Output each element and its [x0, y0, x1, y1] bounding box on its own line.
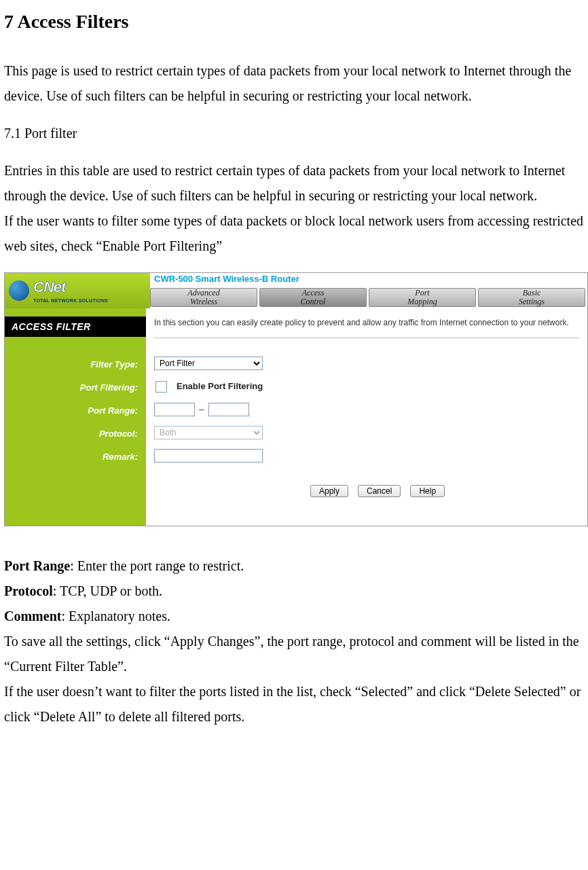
filter-type-select[interactable]: Port Filter — [154, 357, 263, 370]
content-pane: In this section you can easily create po… — [146, 308, 587, 526]
subsection-para-2: If the user wants to filter some types o… — [4, 209, 584, 259]
label-remark: Remark: — [5, 446, 146, 469]
section-heading: 7 Access Filters — [4, 4, 584, 39]
globe-icon — [9, 280, 29, 301]
brand-tagline: TOTAL NETWORK SOLUTIONS — [33, 297, 108, 304]
def-port-range: Port Range: Enter the port range to rest… — [4, 554, 584, 579]
label-protocol: Protocol: — [5, 422, 146, 446]
help-button[interactable]: Help — [410, 485, 445, 497]
label-port-filtering: Port Filtering: — [5, 376, 146, 399]
tab-bar: AdvancedWireless AccessControl PortMappi… — [150, 287, 587, 308]
cancel-button[interactable]: Cancel — [358, 485, 401, 497]
sidebar-title: ACCESS FILTER — [5, 316, 146, 337]
brand-name: CNet — [33, 278, 108, 297]
enable-port-filtering-checkbox[interactable] — [155, 381, 167, 393]
remark-input[interactable] — [154, 449, 263, 463]
def-comment: Comment: Explanatory notes. — [4, 604, 584, 629]
apply-button[interactable]: Apply — [310, 485, 348, 497]
def-protocol: Protocol: TCP, UDP or both. — [4, 579, 584, 604]
protocol-select[interactable]: Both — [154, 426, 263, 439]
port-range-from[interactable] — [154, 403, 195, 416]
enable-port-filtering-label: Enable Port Filtering — [177, 381, 263, 393]
logo-area: CNet TOTAL NETWORK SOLUTIONS — [5, 273, 150, 308]
section-description: In this section you can easily create po… — [154, 318, 579, 329]
router-screenshot: CNet TOTAL NETWORK SOLUTIONS CWR-500 Sma… — [4, 272, 588, 526]
label-filter-type: Filter Type: — [5, 353, 146, 376]
sidebar: ACCESS FILTER Filter Type: Port Filterin… — [5, 308, 146, 526]
model-name: CWR-500 Smart Wireless-B Router — [150, 273, 587, 287]
label-port-range: Port Range: — [5, 399, 146, 422]
tab-access-control[interactable]: AccessControl — [259, 288, 367, 307]
after-para-1: To save all the settings, click “Apply C… — [4, 629, 584, 679]
subsection-heading: 7.1 Port filter — [4, 121, 584, 146]
port-range-to[interactable] — [208, 403, 249, 416]
divider — [154, 338, 579, 338]
port-range-separator: -- — [199, 405, 204, 416]
tab-advanced-wireless[interactable]: AdvancedWireless — [150, 288, 257, 307]
tab-basic-settings[interactable]: BasicSettings — [478, 288, 585, 307]
subsection-para-1: Entries in this table are used to restri… — [4, 158, 584, 209]
tab-port-mapping[interactable]: PortMapping — [369, 288, 476, 307]
intro-paragraph: This page is used to restrict certain ty… — [4, 58, 584, 109]
after-para-2: If the user doesn’t want to filter the p… — [4, 679, 584, 729]
